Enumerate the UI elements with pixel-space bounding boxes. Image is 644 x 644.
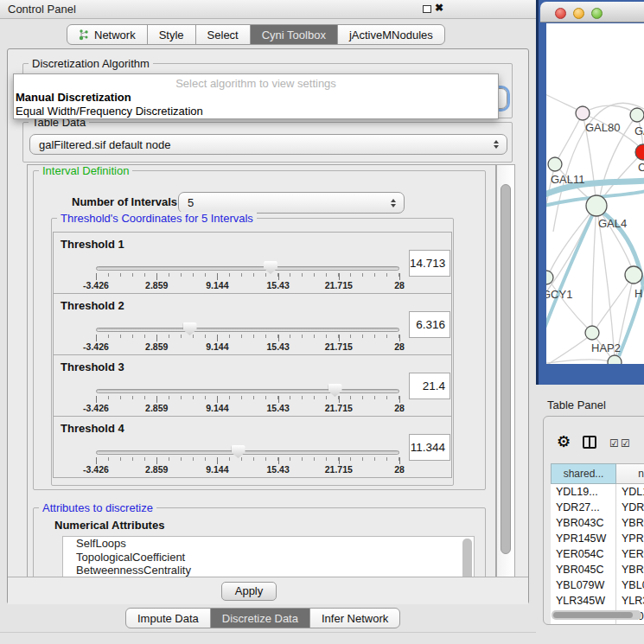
- apply-button[interactable]: Apply: [221, 582, 277, 601]
- number-of-intervals-combobox[interactable]: 5: [178, 192, 405, 214]
- tab-label: Discretize Data: [222, 612, 298, 625]
- threshold-label: Threshold 2: [61, 299, 124, 312]
- slider-track[interactable]: [96, 266, 399, 271]
- slider-thumb[interactable]: [264, 261, 277, 274]
- node-label: GAL4: [598, 217, 627, 230]
- threshold-list: Threshold 1-3.4262.8599.14415.4321.71528…: [52, 232, 453, 478]
- tab-discretize-data[interactable]: Discretize Data: [210, 608, 310, 628]
- tab-jactivemnodules[interactable]: jActiveMNodules: [337, 24, 445, 45]
- network-node[interactable]: [608, 355, 622, 364]
- minimize-traffic-light-icon[interactable]: [573, 8, 584, 19]
- bottom-divider: [0, 632, 536, 633]
- cell-shared-name: YBR043C: [551, 515, 616, 531]
- table-row[interactable]: YPR145WYPR1: [551, 531, 644, 546]
- network-node-gal11[interactable]: [548, 157, 562, 171]
- cell-shared-name: YDL19...: [551, 484, 616, 500]
- slider-track[interactable]: [96, 450, 399, 455]
- dropdown-option-equal-width-frequency[interactable]: Equal Width/Frequency Discretization: [14, 104, 498, 118]
- zoom-traffic-light-icon[interactable]: [591, 8, 603, 19]
- network-node-hap2[interactable]: [585, 326, 599, 340]
- table-row[interactable]: YDR27...YDR2: [551, 500, 644, 515]
- slider-scale-labels: -3.4262.8599.14415.4321.71528: [96, 280, 399, 291]
- cell-shared-name: YER054C: [551, 546, 616, 562]
- major-tick: [399, 335, 400, 341]
- tab-select[interactable]: Select: [195, 24, 251, 45]
- threshold-value-field[interactable]: 6.316: [409, 311, 450, 338]
- network-node-gcy1[interactable]: [546, 271, 553, 284]
- tab-network[interactable]: Network: [67, 24, 148, 45]
- network-node-gal80[interactable]: [576, 106, 590, 120]
- major-tick: [399, 396, 400, 403]
- slider-ticks: [96, 335, 399, 341]
- tab-cyni-toolbox[interactable]: Cyni Toolbox: [250, 24, 338, 45]
- table-row[interactable]: YDL19...YDL1: [551, 484, 644, 500]
- network-node-c[interactable]: [635, 144, 644, 160]
- table-panel: ⚙ ☑ ☑ shared... n YDL19...YDL1YDR27...YD…: [543, 416, 644, 625]
- major-tick: [96, 457, 97, 464]
- major-tick: [278, 335, 279, 341]
- close-icon[interactable]: ✖: [435, 2, 443, 14]
- attribute-item-betweennesscentrality[interactable]: BetweennessCentrality: [63, 564, 474, 577]
- scale-label: 28: [394, 403, 405, 413]
- network-node-gal4[interactable]: [586, 195, 607, 216]
- slider-thumb[interactable]: [232, 445, 245, 458]
- tab-infer-network[interactable]: Infer Network: [309, 608, 400, 628]
- attributes-list-scrollbar[interactable]: [462, 539, 472, 577]
- table-row[interactable]: YER054CYER0: [551, 546, 644, 562]
- table-rows: YDL19...YDL1YDR27...YDR2YBR043CYBR0YPR14…: [551, 484, 644, 624]
- scale-label: 2.859: [145, 280, 168, 290]
- slider-track[interactable]: [96, 328, 399, 332]
- attribute-item-selfloops[interactable]: SelfLoops: [63, 537, 474, 551]
- table-row[interactable]: YBR043CYBR0: [551, 515, 644, 531]
- slider-thumb[interactable]: [328, 384, 342, 397]
- horizontal-scrollbar[interactable]: [552, 610, 641, 620]
- table-row[interactable]: YBR045CYBR0: [551, 562, 644, 577]
- scale-label: 9.144: [206, 280, 228, 290]
- slider-track[interactable]: [96, 389, 399, 393]
- column-header-name[interactable]: n: [616, 463, 644, 484]
- threshold-value-field[interactable]: 14.713: [409, 250, 450, 277]
- major-tick: [217, 396, 218, 403]
- slider-thumb[interactable]: [183, 322, 197, 335]
- table-data-combobox[interactable]: galFiltered.sif default node: [29, 134, 507, 155]
- network-canvas[interactable]: GAL80GACGAL11GAL4GCY1HHAP2: [546, 23, 644, 364]
- threshold-value-field[interactable]: 21.4: [409, 373, 450, 399]
- vertical-scrollbar-thumb[interactable]: [501, 184, 511, 554]
- cell-name: YBR0: [616, 515, 644, 531]
- combo-arrows-icon: [391, 199, 396, 207]
- threshold-panel: Threshold 2-3.4262.8599.14415.4321.71528…: [53, 293, 452, 355]
- major-tick: [278, 396, 279, 403]
- vertical-scrollbar[interactable]: [496, 164, 515, 577]
- numerical-attributes-label: Numerical Attributes: [54, 519, 164, 532]
- major-tick: [278, 273, 279, 280]
- gear-icon[interactable]: ⚙: [557, 432, 571, 451]
- slider-scale-labels: -3.4262.8599.14415.4321.71528: [96, 403, 399, 414]
- checkbox-icon[interactable]: ☑: [609, 437, 619, 450]
- close-traffic-light-icon[interactable]: [555, 8, 566, 19]
- scale-label: 28: [394, 341, 405, 352]
- network-edge: [546, 360, 609, 364]
- dropdown-option-manual-discretization[interactable]: Manual Discretization: [14, 90, 498, 104]
- table-row[interactable]: YLR345WYLR3: [551, 593, 644, 609]
- checkbox-icon[interactable]: ☑: [621, 437, 630, 450]
- scale-label: 2.859: [145, 341, 168, 352]
- tab-style[interactable]: Style: [147, 24, 196, 45]
- column-header-shared[interactable]: shared...: [551, 463, 616, 484]
- horizontal-scrollbar-thumb[interactable]: [553, 612, 633, 618]
- table-row[interactable]: YBL079WYBL0: [551, 577, 644, 593]
- threshold-panel: Threshold 1-3.4262.8599.14415.4321.71528…: [53, 232, 452, 294]
- float-window-icon[interactable]: [423, 5, 431, 13]
- threshold-value-field[interactable]: 11.344: [409, 434, 450, 461]
- cell-name: YER0: [616, 546, 644, 562]
- threshold-panel: Threshold 4-3.4262.8599.14415.4321.71528…: [53, 416, 452, 478]
- tab-impute-data[interactable]: Impute Data: [125, 608, 211, 628]
- numerical-attributes-list[interactable]: SelfLoopsTopologicalCoefficientBetweenne…: [62, 536, 475, 577]
- attribute-item-topologicalcoefficient[interactable]: TopologicalCoefficient: [63, 551, 474, 564]
- interval-definition-title: Interval Definition: [39, 164, 132, 177]
- split-table-icon[interactable]: [583, 436, 596, 449]
- scale-label: 9.144: [206, 341, 228, 352]
- tab-label: Select: [207, 29, 239, 41]
- network-node-h[interactable]: [625, 266, 642, 284]
- network-node-ga[interactable]: [630, 108, 644, 122]
- network-window-titlebar[interactable]: [540, 2, 644, 22]
